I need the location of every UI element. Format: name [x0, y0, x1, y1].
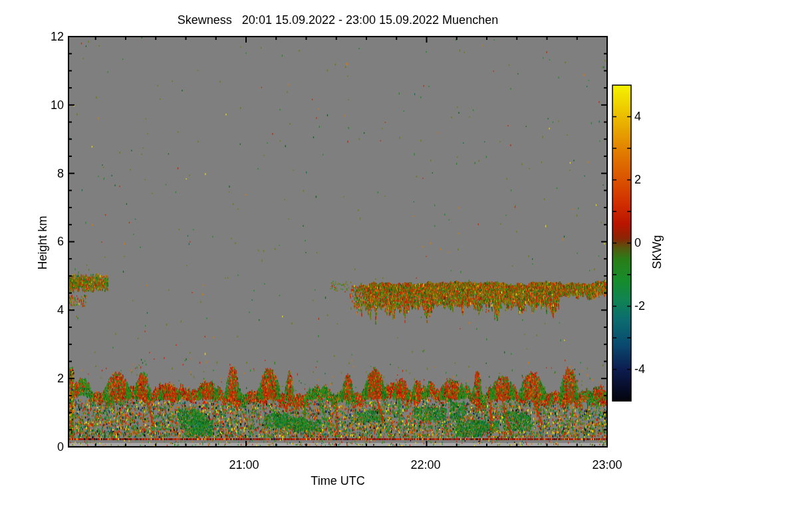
skewness-heatmap-figure: Skewness 20:01 15.09.2022 - 23:00 15.09.…	[0, 0, 798, 532]
y-tick-label: 4	[25, 303, 64, 317]
colorbar-tick-label: -4	[634, 362, 665, 376]
colorbar-title: SKWg	[650, 235, 664, 269]
y-tick-label: 12	[25, 29, 64, 44]
colorbar-tick-label: 2	[634, 172, 665, 187]
x-tick-label: 22:00	[396, 458, 456, 472]
x-tick-label: 23:00	[577, 458, 637, 472]
x-tick-label: 21:00	[214, 458, 274, 472]
plot-title: Skewness 20:01 15.09.2022 - 23:00 15.09.…	[68, 13, 607, 27]
colorbar-tick-label: -2	[634, 299, 665, 313]
y-tick-label: 10	[25, 98, 64, 112]
y-tick-label: 0	[25, 440, 64, 454]
y-tick-label: 2	[25, 371, 64, 386]
y-axis-title: Height km	[35, 215, 50, 269]
plot-canvas	[0, 0, 798, 532]
y-tick-label: 8	[25, 166, 64, 181]
x-axis-title: Time UTC	[271, 473, 404, 488]
colorbar-tick-label: 4	[634, 109, 665, 124]
